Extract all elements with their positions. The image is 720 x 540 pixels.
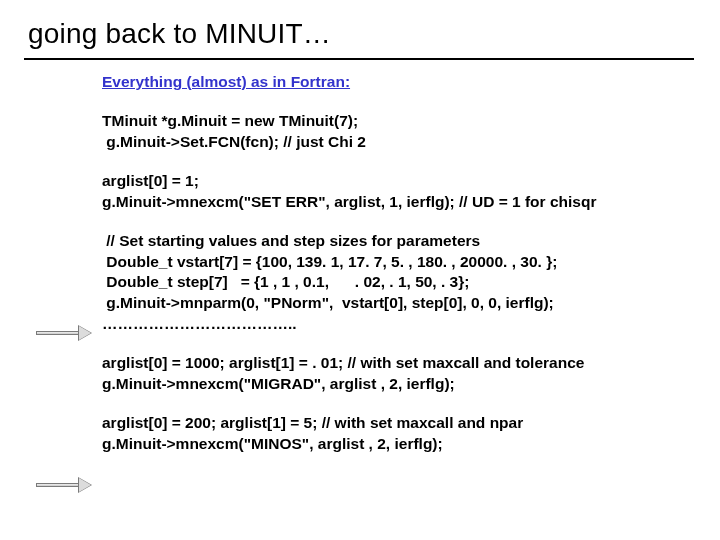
- slide: going back to MINUIT… Everything (almost…: [0, 0, 720, 540]
- right-arrow-icon: [36, 478, 92, 492]
- code-line: ………………………………..: [102, 314, 692, 335]
- right-arrow-icon: [36, 326, 92, 340]
- code-line: Double_t step[7] = {1 , 1 , 0.1, . 02, .…: [102, 272, 692, 293]
- code-block-3: // Set starting values and step sizes fo…: [102, 231, 692, 336]
- code-line: g.Minuit->mnexcm("MINOS", arglist , 2, i…: [102, 434, 692, 455]
- code-line: arglist[0] = 200; arglist[1] = 5; // wit…: [102, 413, 692, 434]
- slide-content: Everything (almost) as in Fortran: TMinu…: [102, 72, 692, 461]
- code-block-4: arglist[0] = 1000; arglist[1] = . 01; //…: [102, 353, 692, 395]
- code-line: g.Minuit->Set.FCN(fcn); // just Chi 2: [102, 132, 692, 153]
- code-block-2: arglist[0] = 1; g.Minuit->mnexcm("SET ER…: [102, 171, 692, 213]
- code-line: TMinuit *g.Minuit = new TMinuit(7);: [102, 111, 692, 132]
- code-line: Double_t vstart[7] = {100, 139. 1, 17. 7…: [102, 252, 692, 273]
- code-line: g.Minuit->mnparm(0, "PNorm", vstart[0], …: [102, 293, 692, 314]
- subtitle: Everything (almost) as in Fortran:: [102, 73, 350, 90]
- code-block-1: TMinuit *g.Minuit = new TMinuit(7); g.Mi…: [102, 111, 692, 153]
- slide-title: going back to MINUIT…: [28, 18, 331, 50]
- code-line: // Set starting values and step sizes fo…: [102, 231, 692, 252]
- code-line: g.Minuit->mnexcm("MIGRAD", arglist , 2, …: [102, 374, 692, 395]
- code-line: g.Minuit->mnexcm("SET ERR", arglist, 1, …: [102, 192, 692, 213]
- code-block-5: arglist[0] = 200; arglist[1] = 5; // wit…: [102, 413, 692, 455]
- code-line: arglist[0] = 1000; arglist[1] = . 01; //…: [102, 353, 692, 374]
- title-underline: [24, 58, 694, 60]
- subtitle-block: Everything (almost) as in Fortran:: [102, 72, 692, 93]
- code-line: arglist[0] = 1;: [102, 171, 692, 192]
